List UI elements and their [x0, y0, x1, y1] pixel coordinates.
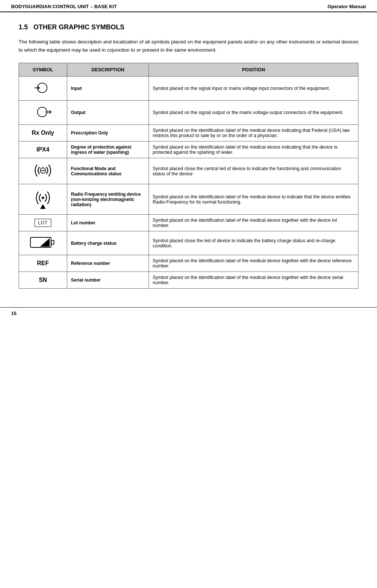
- svg-point-6: [42, 197, 44, 199]
- position-cell-radio: Symbol placed on the identification labe…: [149, 184, 358, 215]
- symbol-cell-functional: [19, 158, 67, 184]
- symbol-cell-radio: [19, 184, 67, 215]
- description-label-battery: Battery charge status: [71, 241, 117, 246]
- table-row: Rx Only Prescription Only Symbol placed …: [19, 125, 358, 142]
- description-label-ref: Reference number: [71, 261, 110, 266]
- table-row: LOT Lot number Symbol placed on the iden…: [19, 215, 358, 231]
- col-header-position: POSITION: [149, 63, 358, 77]
- description-label-sn: Serial number: [71, 277, 101, 283]
- description-cell-battery: Battery charge status: [67, 231, 149, 255]
- page-content: 1.5 OTHER GRAPHIC SYMBOLS The following …: [0, 12, 377, 300]
- table-row: Input Symbol placed on the signal input …: [19, 77, 358, 101]
- description-label-input: Input: [71, 86, 82, 91]
- col-header-symbol: SYMBOL: [19, 63, 67, 77]
- lot-box-text: LOT: [35, 219, 51, 227]
- position-cell-input: Symbol placed on the signal input or mai…: [149, 77, 358, 101]
- page-header: BODYGUARDIAN CONTROL UNIT – BASE KIT Ope…: [0, 0, 377, 12]
- svg-rect-9: [51, 241, 54, 244]
- sn-text: SN: [39, 277, 47, 283]
- description-label-functional: Functional Mode and Communications statu…: [71, 166, 121, 176]
- header-right: Operator Manual: [328, 4, 366, 9]
- description-label-radio: Radio Frequency emitting device (non-ion…: [71, 192, 141, 207]
- table-row: REF Reference number Symbol placed on th…: [19, 255, 358, 272]
- symbol-cell-output: [19, 101, 67, 125]
- position-cell-output: Symbol placed on the signal output or th…: [149, 101, 358, 125]
- table-row: Battery charge status Symbol placed clos…: [19, 231, 358, 255]
- position-cell-ipx4: Symbol placed on the identification labe…: [149, 142, 358, 158]
- symbol-cell-input: [19, 77, 67, 101]
- page-number: 15: [11, 311, 16, 316]
- description-cell-ipx4: Degree of protection against ingress of …: [67, 142, 149, 158]
- position-cell-lot: Symbol placed on the identification labe…: [149, 215, 358, 231]
- header-left: BODYGUARDIAN CONTROL UNIT – BASE KIT: [11, 4, 117, 9]
- position-cell-functional: Symbol placed close the central led of d…: [149, 158, 358, 184]
- symbol-cell-battery: [19, 231, 67, 255]
- position-cell-battery: Symbol placed close the led of device to…: [149, 231, 358, 255]
- description-cell-radio: Radio Frequency emitting device (non-ion…: [67, 184, 149, 215]
- table-row: Radio Frequency emitting device (non-ion…: [19, 184, 358, 215]
- ipx4-text: IPX4: [36, 146, 49, 153]
- rx-only-text: Rx Only: [32, 130, 54, 136]
- table-row: IPX4 Degree of protection against ingres…: [19, 142, 358, 158]
- battery-icon: [30, 234, 56, 252]
- description-cell-ref: Reference number: [67, 255, 149, 272]
- section-title: 1.5 OTHER GRAPHIC SYMBOLS: [19, 23, 358, 31]
- description-cell-input: Input: [67, 77, 149, 101]
- description-cell-rx: Prescription Only: [67, 125, 149, 142]
- symbols-table: SYMBOL DESCRIPTION POSITION: [19, 63, 358, 289]
- description-label-lot: Lot number: [71, 220, 95, 225]
- description-label-ipx4: Degree of protection against ingress of …: [71, 144, 131, 155]
- table-row: SN Serial number Symbol placed on the id…: [19, 272, 358, 289]
- col-header-description: DESCRIPTION: [67, 63, 149, 77]
- description-label-output: Output: [71, 110, 85, 115]
- symbol-cell-ipx4: IPX4: [19, 142, 67, 158]
- intro-text: The following table shows description an…: [19, 38, 358, 54]
- symbol-cell-lot: LOT: [19, 215, 67, 231]
- page-footer: 15: [0, 307, 377, 319]
- description-label-rx: Prescription Only: [71, 130, 108, 136]
- table-row: Functional Mode and Communications statu…: [19, 158, 358, 184]
- radio-frequency-icon: [23, 187, 63, 211]
- description-cell-sn: Serial number: [67, 272, 149, 289]
- symbol-cell-sn: SN: [19, 272, 67, 289]
- svg-marker-7: [40, 204, 46, 209]
- description-cell-lot: Lot number: [67, 215, 149, 231]
- symbol-cell-rx: Rx Only: [19, 125, 67, 142]
- svg-rect-10: [31, 238, 40, 247]
- description-cell-output: Output: [67, 101, 149, 125]
- functional-mode-icon: [23, 161, 63, 181]
- position-cell-rx: Symbol placed on the identification labe…: [149, 125, 358, 142]
- position-cell-ref: Symbol placed on the identification labe…: [149, 255, 358, 272]
- ref-text: REF: [37, 260, 49, 266]
- symbol-cell-ref: REF: [19, 255, 67, 272]
- svg-marker-12: [40, 238, 49, 247]
- table-row: Output Symbol placed on the signal outpu…: [19, 101, 358, 125]
- position-cell-sn: Symbol placed on the identification labe…: [149, 272, 358, 289]
- description-cell-functional: Functional Mode and Communications statu…: [67, 158, 149, 184]
- output-icon: [23, 104, 63, 121]
- input-icon: [23, 79, 63, 97]
